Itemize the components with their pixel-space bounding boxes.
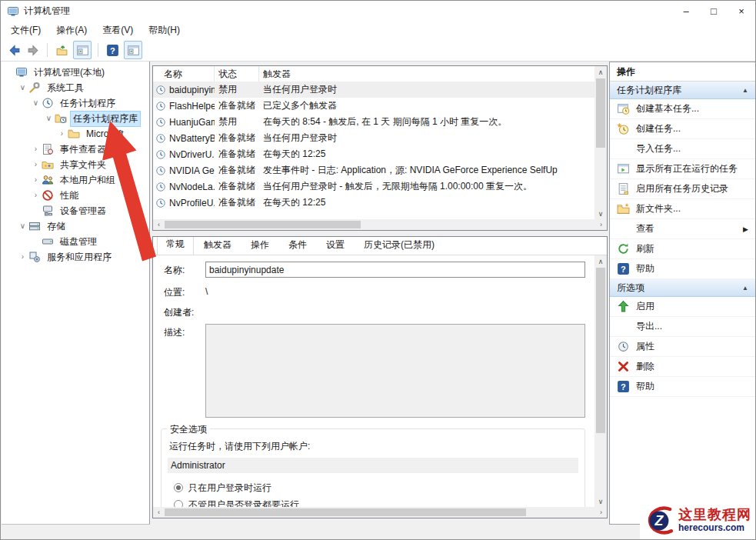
actions-section-header-2[interactable]: 所选项▲: [610, 279, 755, 297]
forward-button[interactable]: [25, 42, 41, 58]
menu-item[interactable]: 文件(F): [3, 22, 48, 38]
chevron-down-icon[interactable]: ∨: [43, 111, 55, 126]
chevron-right-icon[interactable]: ›: [30, 142, 42, 157]
collapse-icon[interactable]: ▲: [742, 87, 748, 94]
action-display-all-running-tasks[interactable]: 显示所有正在运行的任务: [610, 159, 755, 179]
chevron-right-icon[interactable]: ›: [30, 157, 42, 172]
scrollbar-thumb[interactable]: [596, 78, 605, 148]
tree-item-task-scheduler[interactable]: ∨任务计划程序: [2, 95, 149, 111]
export-list-button[interactable]: [54, 42, 69, 58]
task-list-horizontal-scrollbar[interactable]: ‹ ›: [153, 219, 607, 230]
tree-item-disk-management[interactable]: 磁盘管理: [2, 234, 149, 249]
collapse-icon[interactable]: ▲: [742, 285, 748, 292]
details-vertical-scrollbar[interactable]: ∧ ∨: [594, 255, 607, 507]
chevron-right-icon[interactable]: ›: [17, 249, 28, 265]
task-row[interactable]: NvProfileU...准备就绪在每天的 12:25: [153, 195, 594, 211]
action-refresh[interactable]: 刷新: [610, 239, 755, 259]
task-name-field[interactable]: baidupinyinupdate: [205, 262, 585, 278]
action-import-task[interactable]: 导入任务...: [610, 139, 755, 159]
menu-item[interactable]: 操作(A): [48, 22, 95, 38]
task-row[interactable]: NvNodeLa...准备就绪当任何用户登录时 - 触发后，无限期地每隔 1.0…: [153, 178, 594, 195]
minimize-button[interactable]: –: [672, 1, 700, 22]
action-export[interactable]: 导出...: [610, 317, 755, 337]
details-horizontal-scrollbar[interactable]: ‹ ›: [153, 507, 607, 518]
back-button[interactable]: [6, 42, 22, 58]
tree-item-device-manager[interactable]: 设备管理器: [2, 203, 149, 218]
scroll-up-icon[interactable]: ∧: [594, 255, 607, 267]
show-action-pane-button[interactable]: [124, 41, 142, 59]
action-create-basic-task[interactable]: 创建基本任务...: [610, 99, 755, 119]
chevron-down-icon[interactable]: ∨: [17, 80, 28, 95]
action-new-folder[interactable]: 新文件夹...: [610, 199, 755, 219]
tree-item-shared-folders[interactable]: ›共享文件夹: [2, 157, 149, 172]
task-row[interactable]: HuanjuGam...禁用在每天的 8:54 - 触发后, 在 1 天 期间每…: [153, 114, 594, 130]
task-row[interactable]: FlashHelpe...准备就绪已定义多个触发器: [153, 98, 594, 114]
scroll-left-icon[interactable]: ‹: [153, 507, 165, 518]
tab-history[interactable]: 历史记录(已禁用): [355, 236, 444, 255]
task-row[interactable]: NVIDIA Ge...准备就绪发生事件时 - 日志: Application，…: [153, 162, 594, 178]
tree-item-system-tools[interactable]: ∨系统工具: [2, 80, 149, 95]
radio-run-when-logged-on[interactable]: 只在用户登录时运行: [174, 479, 578, 496]
action-create-task[interactable]: 创建任务...: [610, 119, 755, 139]
task-row[interactable]: NvBatteryB...准备就绪当任何用户登录时: [153, 130, 594, 146]
details-tabbar: 常规触发器操作条件设置历史记录(已禁用): [153, 237, 607, 255]
tab-triggers[interactable]: 触发器: [195, 236, 241, 255]
task-row[interactable]: baidupinyin...禁用当任何用户登录时: [153, 82, 594, 98]
task-list-vertical-scrollbar[interactable]: ∧ ∨: [594, 66, 607, 219]
tab-general[interactable]: 常规: [157, 236, 194, 255]
column-header-1[interactable]: 名称: [153, 66, 215, 82]
scroll-right-icon[interactable]: ›: [595, 219, 607, 230]
chevron-right-icon[interactable]: ›: [30, 188, 42, 203]
tab-settings[interactable]: 设置: [317, 236, 354, 255]
maximize-button[interactable]: □: [700, 1, 728, 22]
column-header-3[interactable]: 触发器: [259, 66, 594, 82]
action-view[interactable]: 查看▶: [610, 219, 755, 239]
clock-icon: [155, 165, 166, 176]
chevron-right-icon[interactable]: ›: [56, 126, 68, 142]
action-enable[interactable]: 启用: [610, 297, 755, 317]
chevron-right-icon[interactable]: ›: [30, 172, 42, 188]
column-header-2[interactable]: 状态: [215, 66, 259, 82]
action-enable-all-tasks-history[interactable]: 启用所有任务历史记录: [610, 179, 755, 199]
tree-item-event-viewer[interactable]: ›事件查看器: [2, 142, 149, 157]
help-button[interactable]: ?: [105, 42, 120, 58]
task-description-field[interactable]: [205, 324, 585, 418]
tree-item-task-scheduler-library[interactable]: ∨任务计划程序库: [2, 111, 149, 126]
location-label: 位置:: [164, 284, 205, 299]
action-delete[interactable]: 删除: [610, 357, 755, 377]
chevron-down-icon[interactable]: ∨: [30, 95, 42, 111]
tree-item-microsoft-folder[interactable]: ›Microsoft: [2, 126, 149, 142]
menu-item[interactable]: 帮助(H): [141, 22, 188, 38]
scrollbar-thumb[interactable]: [165, 508, 526, 516]
scroll-down-icon[interactable]: ∨: [594, 495, 607, 507]
tree-item-storage[interactable]: ∨存储: [2, 218, 149, 234]
close-button[interactable]: ×: [728, 1, 755, 22]
tab-actions[interactable]: 操作: [241, 236, 278, 255]
tree-item-local-users-and-groups[interactable]: ›本地用户和组: [2, 172, 149, 188]
scrollbar-thumb[interactable]: [165, 221, 361, 228]
task-trigger-cell: 在每天的 8:54 - 触发后, 在 1 天 期间每隔 1 小时 重复一次。: [259, 115, 594, 128]
scroll-up-icon[interactable]: ∧: [594, 66, 607, 78]
tree-item-services-and-applications[interactable]: ›服务和应用程序: [2, 249, 149, 265]
actions-section-header-1[interactable]: 任务计划程序库▲: [610, 82, 755, 99]
scrollbar-thumb[interactable]: [596, 268, 605, 433]
tree-item-performance[interactable]: ›性能: [2, 188, 149, 203]
tree-item-computer-management-local[interactable]: 计算机管理(本地): [2, 65, 149, 80]
scroll-down-icon[interactable]: ∨: [594, 208, 607, 219]
action-properties[interactable]: 属性: [610, 337, 755, 357]
menu-item[interactable]: 查看(V): [95, 22, 141, 38]
action-help-selected[interactable]: ?帮助: [610, 377, 755, 397]
task-status-cell: 准备就绪: [215, 180, 259, 193]
scroll-left-icon[interactable]: ‹: [153, 219, 165, 230]
tab-conditions[interactable]: 条件: [279, 236, 316, 255]
action-help[interactable]: ?帮助: [610, 259, 755, 279]
task-row[interactable]: NvDriverU...准备就绪在每天的 12:25: [153, 146, 594, 162]
show-console-tree-button[interactable]: [73, 41, 92, 59]
tree-item-label: 本地用户和组: [57, 172, 118, 188]
scroll-right-icon[interactable]: ›: [595, 507, 607, 518]
chevron-down-icon[interactable]: ∨: [17, 218, 28, 234]
radio-run-whether-logged-on[interactable]: 不管用户是否登录都要运行: [174, 496, 578, 507]
creator-label: 创建者:: [164, 304, 256, 319]
folder-icon: [68, 128, 80, 140]
history-icon: [617, 182, 630, 195]
